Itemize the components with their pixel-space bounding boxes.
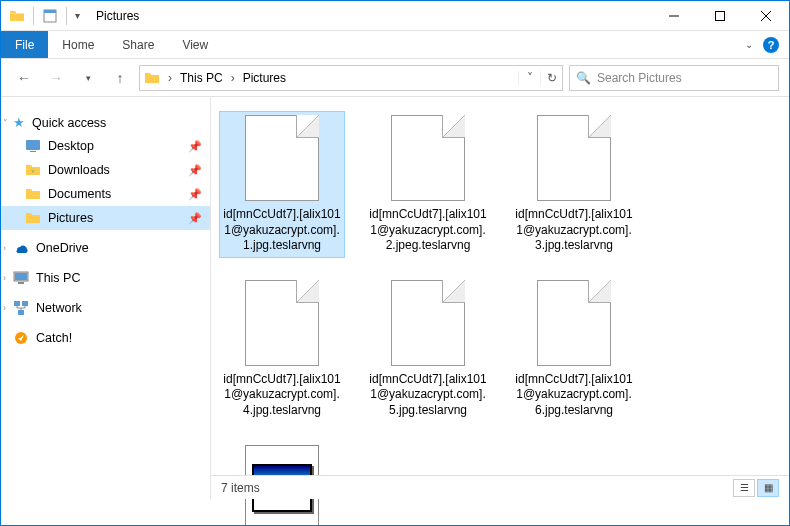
svg-rect-10 xyxy=(18,282,24,284)
file-item[interactable]: id[mnCcUdt7].[alix1011@yakuzacrypt.com].… xyxy=(365,276,491,423)
sidebar-item-documents[interactable]: Documents 📌 xyxy=(1,182,210,206)
properties-icon[interactable] xyxy=(42,8,58,24)
close-button[interactable] xyxy=(743,1,789,31)
maximize-button[interactable] xyxy=(697,1,743,31)
sidebar-network[interactable]: › Network xyxy=(1,296,210,320)
file-tab[interactable]: File xyxy=(1,31,48,58)
refresh-button[interactable]: ↻ xyxy=(540,71,562,85)
crumb-this-pc[interactable]: This PC xyxy=(176,71,227,85)
sidebar-onedrive[interactable]: › OneDrive xyxy=(1,236,210,260)
tab-home[interactable]: Home xyxy=(48,38,108,52)
svg-rect-6 xyxy=(26,140,40,150)
file-name: id[mnCcUdt7].[alix1011@yakuzacrypt.com].… xyxy=(515,207,633,254)
file-item[interactable]: id[mnCcUdt7].[alix1011@yakuzacrypt.com].… xyxy=(219,111,345,258)
ribbon-expand-icon[interactable]: ⌄ xyxy=(745,39,753,50)
expand-icon[interactable]: › xyxy=(3,303,6,313)
desktop-icon xyxy=(25,138,41,154)
file-item[interactable]: id[mnCcUdt7].[alix1011@yakuzacrypt.com].… xyxy=(511,111,637,258)
search-input[interactable]: 🔍 Search Pictures xyxy=(569,65,779,91)
tab-view[interactable]: View xyxy=(168,38,222,52)
tab-share[interactable]: Share xyxy=(108,38,168,52)
search-icon: 🔍 xyxy=(576,71,591,85)
file-item[interactable]: id[mnCcUdt7].[alix1011@yakuzacrypt.com].… xyxy=(219,276,345,423)
pin-icon: 📌 xyxy=(188,164,202,177)
catch-icon xyxy=(13,330,29,346)
thispc-icon xyxy=(13,270,29,286)
minimize-button[interactable] xyxy=(651,1,697,31)
svg-rect-3 xyxy=(716,11,725,20)
sidebar: ˅ ★ Quick access Desktop 📌 Downloads 📌 D… xyxy=(1,97,211,499)
pin-icon: 📌 xyxy=(188,188,202,201)
collapse-icon[interactable]: ˅ xyxy=(3,118,8,128)
file-name: id[mnCcUdt7].[alix1011@yakuzacrypt.com].… xyxy=(223,207,341,254)
pin-icon: 📌 xyxy=(188,212,202,225)
downloads-icon xyxy=(25,162,41,178)
svg-rect-1 xyxy=(44,10,56,13)
svg-rect-7 xyxy=(30,151,36,152)
status-bar: 7 items ☰ ▦ xyxy=(211,475,789,499)
pin-icon: 📌 xyxy=(188,140,202,153)
help-icon[interactable]: ? xyxy=(763,37,779,53)
file-icon xyxy=(245,115,319,201)
file-name: id[mnCcUdt7].[alix1011@yakuzacrypt.com].… xyxy=(223,372,341,419)
window-title: Pictures xyxy=(88,9,139,23)
address-bar[interactable]: › This PC › Pictures ˅ ↻ xyxy=(139,65,563,91)
icons-view-button[interactable]: ▦ xyxy=(757,479,779,497)
file-view[interactable]: id[mnCcUdt7].[alix1011@yakuzacrypt.com].… xyxy=(211,97,789,499)
file-name: id[mnCcUdt7].[alix1011@yakuzacrypt.com].… xyxy=(369,207,487,254)
sidebar-item-pictures[interactable]: Pictures 📌 xyxy=(1,206,210,230)
navigation-row: ← → ▾ ↑ › This PC › Pictures ˅ ↻ 🔍 Searc… xyxy=(1,59,789,97)
qat-dropdown[interactable]: ▾ xyxy=(75,10,80,21)
chevron-right-icon[interactable]: › xyxy=(227,71,239,85)
pictures-icon xyxy=(25,210,41,226)
file-name: id[mnCcUdt7].[alix1011@yakuzacrypt.com].… xyxy=(515,372,633,419)
search-placeholder: Search Pictures xyxy=(597,71,682,85)
up-button[interactable]: ↑ xyxy=(107,65,133,91)
svg-rect-13 xyxy=(18,310,24,315)
ribbon: File Home Share View ⌄ ? xyxy=(1,31,789,59)
sidebar-item-desktop[interactable]: Desktop 📌 xyxy=(1,134,210,158)
back-button[interactable]: ← xyxy=(11,65,37,91)
chevron-right-icon[interactable]: › xyxy=(164,71,176,85)
forward-button: → xyxy=(43,65,69,91)
network-icon xyxy=(13,300,29,316)
svg-rect-11 xyxy=(14,301,20,306)
svg-rect-9 xyxy=(15,273,27,280)
sidebar-item-downloads[interactable]: Downloads 📌 xyxy=(1,158,210,182)
item-count: 7 items xyxy=(221,481,260,495)
sidebar-catch[interactable]: Catch! xyxy=(1,326,210,350)
file-icon xyxy=(391,115,465,201)
folder-icon xyxy=(9,8,25,24)
recent-dropdown[interactable]: ▾ xyxy=(75,65,101,91)
svg-rect-12 xyxy=(22,301,28,306)
sidebar-quick-access[interactable]: ˅ ★ Quick access xyxy=(1,111,210,134)
details-view-button[interactable]: ☰ xyxy=(733,479,755,497)
file-icon xyxy=(537,115,611,201)
sidebar-this-pc[interactable]: › This PC xyxy=(1,266,210,290)
expand-icon[interactable]: › xyxy=(3,243,6,253)
file-icon xyxy=(245,280,319,366)
address-dropdown[interactable]: ˅ xyxy=(518,71,540,85)
file-item[interactable]: id[mnCcUdt7].[alix1011@yakuzacrypt.com].… xyxy=(365,111,491,258)
star-icon: ★ xyxy=(13,115,25,130)
onedrive-icon xyxy=(13,240,29,256)
file-icon xyxy=(391,280,465,366)
file-icon xyxy=(537,280,611,366)
crumb-pictures[interactable]: Pictures xyxy=(239,71,290,85)
titlebar: ▾ Pictures xyxy=(1,1,789,31)
file-name: id[mnCcUdt7].[alix1011@yakuzacrypt.com].… xyxy=(369,372,487,419)
file-item[interactable]: id[mnCcUdt7].[alix1011@yakuzacrypt.com].… xyxy=(511,276,637,423)
documents-icon xyxy=(25,186,41,202)
pictures-icon xyxy=(144,70,160,86)
expand-icon[interactable]: › xyxy=(3,273,6,283)
